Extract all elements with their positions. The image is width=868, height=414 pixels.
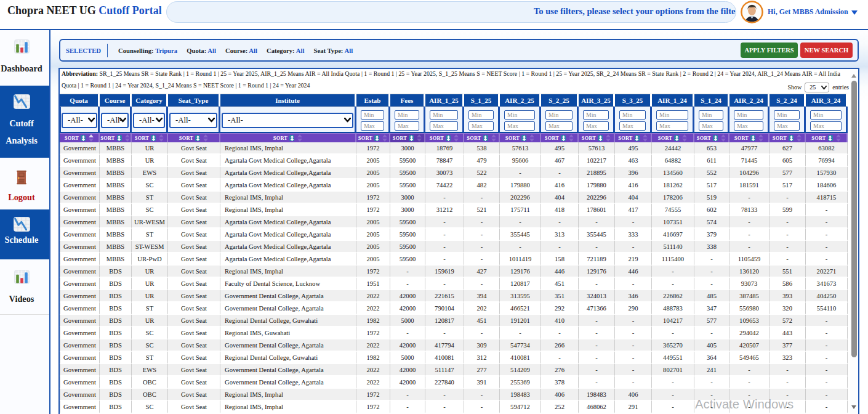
sort-button-s_1_24[interactable]: SORT [694, 133, 729, 142]
sort-button-s_3_25[interactable]: SORT [615, 133, 652, 142]
min-input-s_2_25[interactable] [545, 110, 573, 120]
sort-button-s_2_25[interactable]: SORT [541, 133, 579, 142]
filter-course: Course: All [225, 47, 257, 54]
vertical-scrollbar[interactable] [850, 70, 858, 414]
cell-s_3_25: 346 [615, 290, 652, 302]
cell-air_3_24: - [806, 204, 848, 216]
cell-air_2_24: - [729, 192, 770, 204]
sort-button-quota[interactable]: SORT [60, 133, 100, 142]
cell-air_2_25: 355445 [500, 229, 541, 241]
cell-s_1_25: 521 [464, 204, 500, 216]
scroll-up-arrow-icon[interactable] [851, 74, 856, 78]
cell-s_1_24: 653 [694, 142, 729, 155]
sort-button-course[interactable]: SORT [100, 133, 132, 142]
sort-button-seat_type[interactable]: SORT [168, 133, 220, 142]
column-header-fees: Fees [390, 94, 425, 107]
cell-quota: Government [60, 339, 100, 352]
sidebar-item-cutoff-analysis[interactable]: Cutoff Analysis [0, 86, 49, 158]
min-input-s_1_24[interactable] [699, 110, 723, 120]
min-input-air_1_25[interactable] [430, 110, 458, 120]
cell-category: UR-PwD [132, 253, 168, 266]
column-header-category: Category [132, 94, 168, 107]
sidebar-item-label: Cutoff Analysis [0, 115, 43, 149]
cell-quota: Government [60, 229, 100, 241]
sort-button-air_1_25[interactable]: SORT [425, 133, 464, 142]
filter-select-seat_type[interactable]: -All- [169, 113, 217, 128]
cell-air_1_24: 365270 [652, 339, 694, 352]
sort-button-fees[interactable]: SORT [390, 133, 425, 142]
cell-air_2_24: 549465 [729, 352, 770, 364]
cell-s_3_25: - [615, 352, 652, 364]
max-input-s_2_24[interactable] [774, 121, 800, 131]
max-input-air_3_25[interactable] [583, 121, 609, 131]
min-input-air_2_25[interactable] [504, 110, 535, 120]
sidebar-item-videos[interactable]: Videos [0, 259, 49, 314]
max-input-s_2_25[interactable] [545, 121, 573, 131]
filter-select-institute[interactable]: -All- [222, 113, 353, 128]
cell-institute: Agartala Govt Medical College,Agartala [220, 167, 356, 179]
table-row: GovernmentBDSOBCGovt SeatGovernment Dent… [60, 376, 848, 389]
max-input-estab[interactable] [361, 121, 384, 131]
cell-air_2_24: - [729, 376, 770, 389]
page-size-select[interactable]: 25 [805, 83, 829, 92]
cell-air_1_25: 78847 [425, 155, 464, 167]
filter-select-course[interactable]: -All- [101, 113, 129, 128]
sort-button-s_2_24[interactable]: SORT [770, 133, 806, 142]
sort-button-institute[interactable]: SORT [220, 133, 356, 142]
apply-filters-button[interactable]: APPLY FILTERS [741, 43, 798, 58]
cell-category: SC [132, 401, 168, 413]
new-search-button[interactable]: NEW SEARCH [800, 43, 853, 58]
min-input-estab[interactable] [361, 110, 384, 120]
sort-button-s_1_25[interactable]: SORT [464, 133, 500, 142]
sidebar-item-logout[interactable]: Logout [0, 158, 49, 209]
cell-s_1_24: 517 [694, 179, 729, 192]
cell-course: BDS [100, 315, 132, 327]
scroll-down-arrow-icon[interactable] [851, 405, 856, 409]
scrollbar-thumb[interactable] [851, 81, 857, 357]
sort-button-estab[interactable]: SORT [356, 133, 390, 142]
cell-s_1_24: 602 [694, 204, 729, 216]
max-input-s_1_24[interactable] [699, 121, 723, 131]
avatar[interactable] [741, 1, 763, 23]
min-input-s_3_25[interactable] [619, 110, 646, 120]
sidebar-item-dashboard[interactable]: Dashboard [0, 29, 49, 86]
column-header-air_3_25: AIR_3_25 [579, 94, 615, 107]
filter-select-quota[interactable]: -All- [62, 113, 97, 128]
cell-category: EWS [132, 167, 168, 179]
sidebar-item-label: Dashboard [0, 60, 43, 77]
sort-label: SORT [697, 136, 711, 141]
filter-counselling: Counselling: Tripura [118, 47, 177, 54]
filter-select-category[interactable]: -All- [133, 113, 165, 128]
min-input-s_1_25[interactable] [468, 110, 494, 120]
sort-button-air_2_25[interactable]: SORT [500, 133, 541, 142]
min-input-air_3_24[interactable] [810, 110, 842, 120]
cell-air_3_24: - [806, 253, 848, 266]
min-input-air_1_24[interactable] [656, 110, 688, 120]
max-input-air_1_25[interactable] [430, 121, 458, 131]
cell-estab: 2005 [356, 241, 390, 253]
sidebar-item-schedule[interactable]: Schedule [0, 209, 49, 259]
max-input-air_3_24[interactable] [810, 121, 842, 131]
min-input-air_2_24[interactable] [734, 110, 763, 120]
user-menu[interactable]: Hi, Get MBBS Admission [768, 0, 858, 24]
max-input-air_2_25[interactable] [504, 121, 535, 131]
sort-button-air_3_25[interactable]: SORT [579, 133, 615, 142]
sort-button-category[interactable]: SORT [132, 133, 168, 142]
min-input-fees[interactable] [395, 110, 419, 120]
max-input-s_1_25[interactable] [468, 121, 494, 131]
max-input-air_2_24[interactable] [734, 121, 763, 131]
min-input-air_3_25[interactable] [583, 110, 609, 120]
max-input-s_3_25[interactable] [619, 121, 646, 131]
max-input-fees[interactable] [395, 121, 419, 131]
sort-button-air_3_24[interactable]: SORT [806, 133, 848, 142]
cell-seat_type: Govt Seat [168, 302, 220, 315]
sort-button-air_2_24[interactable]: SORT [729, 133, 770, 142]
cell-quota: Government [60, 290, 100, 302]
min-input-s_2_24[interactable] [774, 110, 800, 120]
sort-button-air_1_24[interactable]: SORT [652, 133, 694, 142]
abbreviation-note: Abbreviation: SR_1_25 Means SR = State R… [62, 68, 852, 91]
max-input-air_1_24[interactable] [656, 121, 688, 131]
cell-s_1_24: 611 [694, 155, 729, 167]
cell-air_3_25: 218895 [579, 167, 615, 179]
cell-s_2_24: 320 [770, 302, 806, 315]
